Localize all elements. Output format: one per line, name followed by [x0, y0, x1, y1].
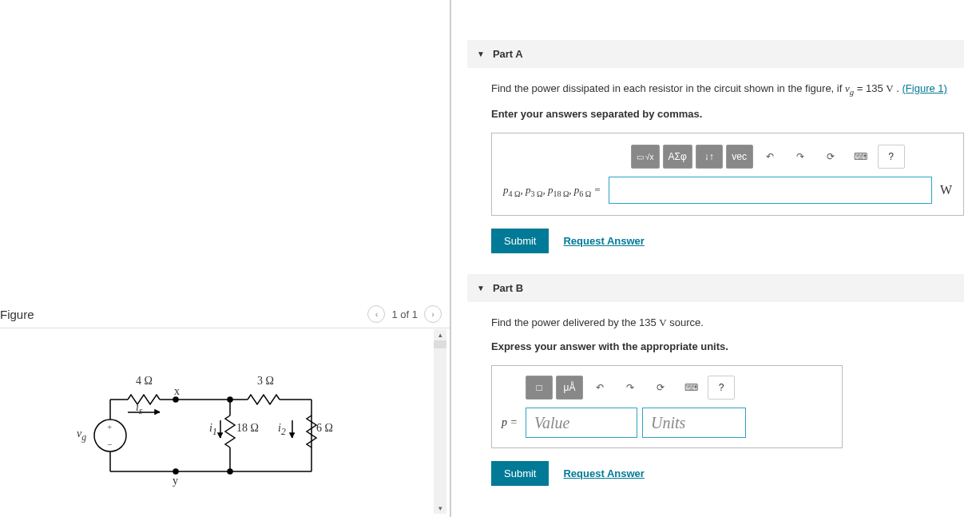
r18-label: 18 Ω [236, 422, 259, 435]
r3-label: 3 Ω [257, 375, 274, 388]
y-node-label: y [173, 475, 178, 487]
i1-label: i1 [209, 422, 217, 437]
svg-point-16 [228, 397, 232, 402]
figure-title: Figure [0, 308, 34, 321]
scroll-thumb[interactable] [434, 340, 446, 348]
circuit-svg [72, 376, 343, 503]
redo-button[interactable]: ↷ [787, 145, 814, 169]
redo-button[interactable]: ↷ [617, 376, 644, 400]
reset-button[interactable]: ⟳ [647, 376, 674, 400]
figure-body: ▴ ▾ [0, 328, 450, 517]
part-a: ▼ Part A Find the power dissipated in ea… [467, 40, 964, 253]
part-b-submit-row: Submit Request Answer [491, 461, 964, 486]
part-a-unit: W [940, 183, 952, 197]
part-a-lhs: p4 Ω, p3 Ω, p18 Ω, p6 Ω = [503, 184, 601, 198]
part-b-request-answer[interactable]: Request Answer [563, 467, 644, 479]
source-minus-icon: − [107, 439, 112, 449]
help-button[interactable]: ? [878, 145, 905, 169]
part-b-submit-button[interactable]: Submit [491, 461, 549, 486]
part-a-request-answer[interactable]: Request Answer [563, 235, 644, 247]
part-b: ▼ Part B Find the power delivered by the… [467, 274, 964, 486]
templates-button[interactable]: ▭√x [631, 145, 660, 169]
subscript-button[interactable]: ↓↑ [696, 145, 723, 169]
right-pane: ▼ Part A Find the power dissipated in ea… [451, 0, 980, 517]
units-symbols-button[interactable]: μÅ [556, 376, 583, 400]
vg-label: vg [77, 428, 86, 443]
part-a-instruction: Enter your answers separated by commas. [491, 106, 964, 122]
caret-down-icon: ▼ [477, 284, 485, 292]
figure-pager: ‹ 1 of 1 › [367, 305, 442, 323]
figure-page-count: 1 of 1 [391, 308, 418, 320]
undo-button[interactable]: ↶ [756, 145, 784, 169]
reset-button[interactable]: ⟳ [817, 145, 844, 169]
templates-button[interactable]: □ [526, 376, 553, 400]
prev-figure-button[interactable]: ‹ [367, 305, 385, 323]
part-b-lhs: p = [502, 416, 518, 429]
part-a-title: Part A [493, 48, 523, 60]
keyboard-button[interactable]: ⌨ [677, 376, 704, 400]
part-b-instruction: Express your answer with the appropriate… [491, 339, 964, 355]
part-a-answer-box: ▭√x ΑΣφ ↓↑ vec ↶ ↷ ⟳ ⌨ ? p4 Ω, p3 Ω, [491, 133, 964, 216]
scroll-up-icon[interactable]: ▴ [434, 329, 446, 340]
is-label: is [136, 401, 142, 416]
keyboard-button[interactable]: ⌨ [847, 145, 875, 169]
part-a-submit-row: Submit Request Answer [491, 229, 964, 253]
part-b-answer-box: □ μÅ ↶ ↷ ⟳ ⌨ ? p = Value Units [491, 365, 843, 448]
part-a-toolbar: ▭√x ΑΣφ ↓↑ vec ↶ ↷ ⟳ ⌨ ? [631, 145, 905, 169]
scroll-down-icon[interactable]: ▾ [434, 503, 446, 514]
part-b-prompt: Find the power delivered by the 135 V so… [491, 315, 964, 331]
figure-scrollbar[interactable]: ▴ ▾ [434, 329, 446, 514]
source-plus-icon: + [107, 422, 112, 431]
part-b-header[interactable]: ▼ Part B [467, 274, 964, 302]
part-a-prompt: Find the power dissipated in each resist… [491, 81, 964, 98]
help-button[interactable]: ? [708, 376, 735, 400]
part-b-body: Find the power delivered by the 135 V so… [467, 302, 964, 486]
next-figure-button[interactable]: › [424, 305, 442, 323]
part-b-toolbar: □ μÅ ↶ ↷ ⟳ ⌨ ? [526, 376, 735, 400]
symbols-button[interactable]: ΑΣφ [663, 145, 692, 169]
svg-point-15 [228, 469, 232, 474]
part-b-units-input[interactable]: Units [642, 408, 746, 438]
part-b-value-input[interactable]: Value [526, 408, 637, 438]
vector-button[interactable]: vec [726, 145, 753, 169]
figure-link[interactable]: (Figure 1) [903, 82, 947, 94]
part-b-title: Part B [493, 282, 523, 294]
undo-button[interactable]: ↶ [586, 376, 613, 400]
r4-label: 4 Ω [136, 375, 153, 388]
part-a-answer-input[interactable] [609, 177, 932, 204]
part-a-header[interactable]: ▼ Part A [467, 40, 964, 68]
svg-point-14 [173, 469, 178, 474]
caret-down-icon: ▼ [477, 50, 485, 58]
part-a-body: Find the power dissipated in each resist… [467, 68, 964, 253]
part-a-submit-button[interactable]: Submit [491, 229, 549, 253]
circuit-diagram: 4 Ω x 3 Ω is vg + − i1 18 Ω i2 6 Ω y [72, 376, 343, 507]
part-b-value-units: Value Units [526, 408, 746, 438]
i2-label: i2 [278, 422, 286, 437]
left-pane: Figure ‹ 1 of 1 › ▴ ▾ [0, 0, 451, 517]
figure-header: Figure ‹ 1 of 1 › [0, 304, 450, 328]
x-node-label: x [174, 385, 180, 398]
r6-label: 6 Ω [316, 422, 333, 435]
